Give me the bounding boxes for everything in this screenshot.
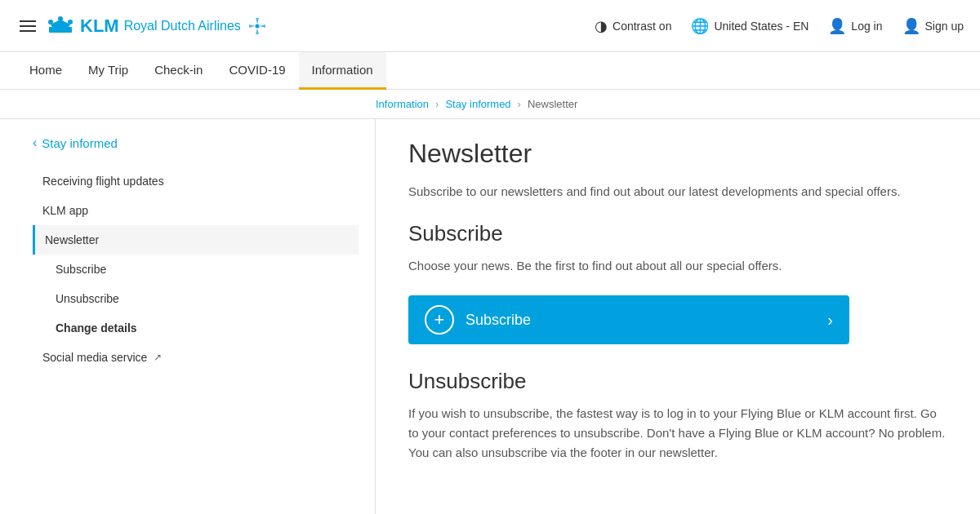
- svg-marker-4: [51, 20, 70, 27]
- sidebar-item-newsletter[interactable]: Newsletter: [33, 225, 359, 255]
- breadcrumb: Information › Stay informed › Newsletter: [0, 90, 980, 119]
- page-content: Newsletter Subscribe to our newsletters …: [376, 119, 980, 514]
- header: KLM Royal Dutch Airlines ◑ Contrast on 🌐…: [0, 0, 980, 52]
- contrast-label: Contrast on: [612, 20, 671, 33]
- header-left: KLM Royal Dutch Airlines: [16, 9, 269, 43]
- breadcrumb-stay-informed[interactable]: Stay informed: [445, 98, 510, 110]
- user-icon: 👤: [828, 17, 846, 35]
- nav-item-home[interactable]: Home: [16, 52, 75, 90]
- breadcrumb-current: Newsletter: [528, 98, 577, 110]
- region-selector[interactable]: 🌐 United States - EN: [691, 17, 808, 35]
- nav-item-checkin[interactable]: Check-in: [141, 52, 216, 90]
- svg-point-5: [255, 24, 259, 28]
- chevron-left-icon: ‹: [33, 135, 37, 150]
- external-link-icon: ↗: [154, 352, 162, 363]
- sidebar-item-change-details[interactable]: Change details: [33, 313, 359, 343]
- breadcrumb-information[interactable]: Information: [376, 98, 429, 110]
- signup-label: Sign up: [925, 20, 964, 33]
- breadcrumb-separator-1: ›: [435, 98, 439, 110]
- sidebar-item-receiving-flight-updates[interactable]: Receiving flight updates: [33, 166, 359, 196]
- unsubscribe-heading: Unsubscribe: [408, 369, 947, 394]
- sidebar-back-label: Stay informed: [42, 136, 118, 150]
- subscribe-btn-left: + Subscribe: [425, 305, 531, 335]
- sidebar-back-link[interactable]: ‹ Stay informed: [33, 135, 359, 150]
- klm-text: KLM: [80, 16, 119, 37]
- klm-logo[interactable]: KLM Royal Dutch Airlines: [46, 9, 269, 43]
- sidebar-item-klm-app[interactable]: KLM app: [33, 196, 359, 225]
- breadcrumb-separator-2: ›: [518, 98, 521, 110]
- sidebar-social-media-label: Social media service: [42, 351, 147, 364]
- subscribe-circle-icon: +: [425, 305, 454, 335]
- subscribe-button[interactable]: + Subscribe ›: [408, 295, 849, 344]
- contrast-toggle[interactable]: ◑ Contrast on: [595, 17, 671, 35]
- sidebar-item-social-media[interactable]: Social media service ↗: [33, 343, 359, 372]
- nav-item-mytrip[interactable]: My Trip: [75, 52, 141, 90]
- windmill-icon: [246, 15, 269, 38]
- subscribe-desc: Choose your news. Be the first to find o…: [408, 256, 947, 276]
- contrast-icon: ◑: [595, 17, 608, 35]
- nav-item-information[interactable]: Information: [299, 52, 386, 90]
- login-label: Log in: [851, 20, 882, 33]
- klm-full-name: Royal Dutch Airlines: [124, 19, 241, 33]
- login-button[interactable]: 👤 Log in: [828, 17, 882, 35]
- unsubscribe-text: If you wish to unsubscribe, the fastest …: [408, 404, 947, 463]
- sidebar-item-unsubscribe[interactable]: Unsubscribe: [33, 284, 359, 313]
- subscribe-btn-label: Subscribe: [466, 312, 531, 329]
- page-title: Newsletter: [408, 139, 947, 169]
- main-content: ‹ Stay informed Receiving flight updates…: [0, 119, 980, 514]
- main-nav: Home My Trip Check-in COVID-19 Informati…: [0, 52, 980, 90]
- header-right: ◑ Contrast on 🌐 United States - EN 👤 Log…: [595, 17, 964, 35]
- sidebar-menu: Receiving flight updates KLM app Newslet…: [33, 166, 359, 372]
- subscribe-chevron-right-icon: ›: [827, 311, 833, 330]
- page-intro: Subscribe to our newsletters and find ou…: [408, 182, 947, 202]
- nav-item-covid[interactable]: COVID-19: [216, 52, 298, 90]
- signup-button[interactable]: 👤 Sign up: [902, 17, 964, 35]
- klm-crown-icon: [46, 9, 75, 38]
- region-label: United States - EN: [714, 20, 808, 33]
- sidebar-item-subscribe[interactable]: Subscribe: [33, 255, 359, 284]
- svg-rect-0: [49, 27, 72, 33]
- globe-icon: 🌐: [691, 17, 709, 35]
- sidebar: ‹ Stay informed Receiving flight updates…: [0, 119, 376, 514]
- user-plus-icon: 👤: [902, 17, 920, 35]
- klm-logo-text: [46, 9, 75, 43]
- hamburger-menu[interactable]: [16, 17, 39, 35]
- subscribe-heading: Subscribe: [408, 221, 947, 246]
